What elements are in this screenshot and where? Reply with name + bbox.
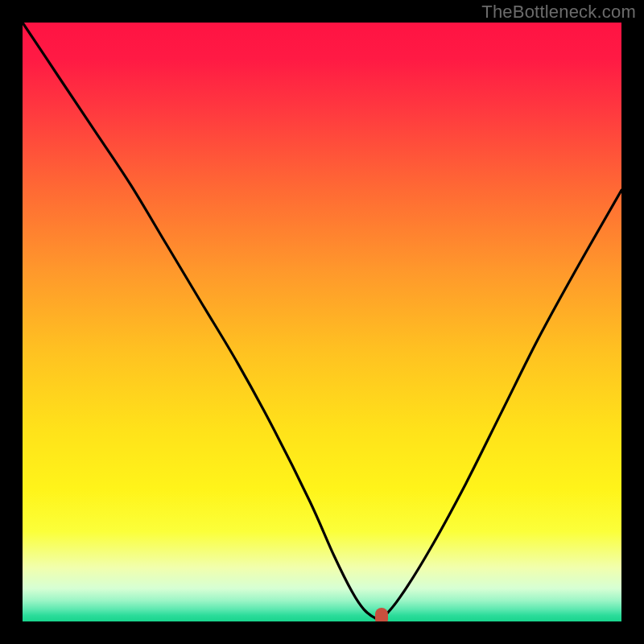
- bottleneck-line: [23, 23, 621, 621]
- minimum-marker: [375, 608, 388, 621]
- watermark-text: TheBottleneck.com: [481, 2, 636, 23]
- plot-area: [23, 23, 621, 621]
- chart-frame: TheBottleneck.com: [0, 0, 644, 644]
